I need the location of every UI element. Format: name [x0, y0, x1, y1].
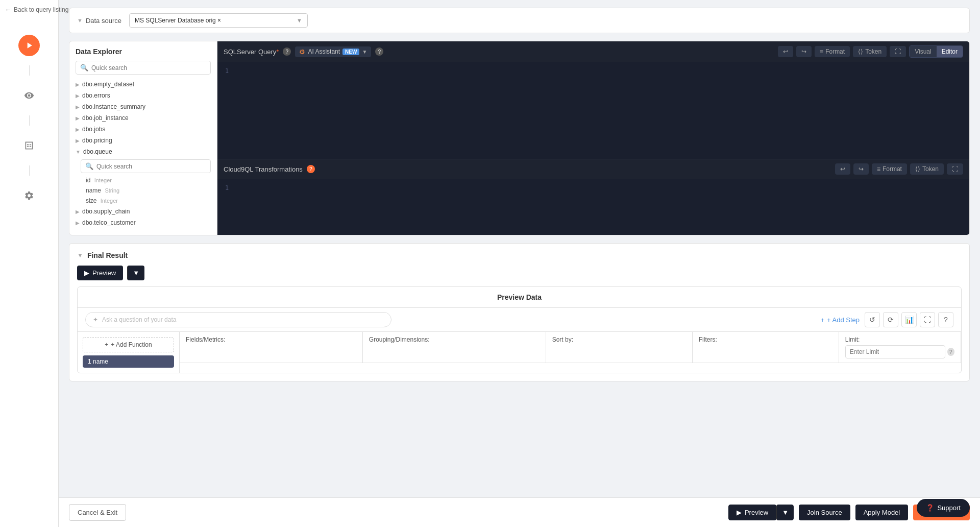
support-btn[interactable]: ❓ Support	[917, 499, 970, 517]
sql-editor-header: SQLServer Query* ? ⚙ AI Assistant NEW ▼	[217, 41, 969, 62]
ai-help-icon[interactable]: ?	[375, 47, 383, 56]
format-icon: ≡	[820, 48, 823, 55]
ai-assistant-badge[interactable]: ⚙ AI Assistant NEW ▼	[295, 46, 371, 57]
transform-redo-btn[interactable]: ↪	[853, 163, 869, 175]
limit-input[interactable]	[845, 345, 945, 358]
format-btn-transform[interactable]: ≡ Format	[872, 163, 907, 175]
eye-icon	[24, 90, 34, 101]
tree-field-id[interactable]: id Integer	[76, 175, 211, 185]
token-btn-transform[interactable]: ⟨⟩ Token	[910, 163, 944, 175]
datasource-select[interactable]: MS SQLServer Database orig × ▼	[129, 13, 308, 28]
add-function-btn[interactable]: + + Add Function	[83, 337, 174, 352]
quick-search-input-1[interactable]	[91, 64, 206, 71]
fields-col-fields: Fields/Metrics:	[180, 332, 363, 363]
transform-code-editor[interactable]: 1	[217, 179, 969, 235]
token-icon-t: ⟨⟩	[915, 165, 920, 173]
editor-panel: SQLServer Query* ? ⚙ AI Assistant NEW ▼	[217, 41, 969, 235]
preview-right-actions: + + Add Step ↺ ⟳ 📊 ⛶ ?	[820, 312, 953, 327]
expand-icon-btn[interactable]: ⛶	[920, 312, 935, 327]
back-link[interactable]: ← Back to query listing	[5, 6, 68, 13]
tree-field-name[interactable]: name String	[76, 185, 211, 196]
bottom-preview-dropdown-btn[interactable]: ▼	[776, 505, 794, 520]
datasource-selected-text: MS SQLServer Database orig ×	[135, 17, 221, 24]
token-btn-sql[interactable]: ⟨⟩ Token	[853, 46, 887, 57]
sidebar-icon-eye[interactable]	[18, 85, 40, 106]
ai-dropdown-icon: ▼	[362, 49, 367, 55]
expand-btn-sql[interactable]: ⛶	[890, 46, 906, 57]
add-step-btn[interactable]: + + Add Step	[820, 316, 860, 324]
search-box-1: 🔍	[76, 61, 211, 75]
expand-btn-transform[interactable]: ⛶	[947, 163, 963, 175]
tree-item-jobs[interactable]: ▶ dbo.jobs	[76, 124, 211, 135]
support-icon: ❓	[926, 504, 934, 512]
tree-item-supply-chain[interactable]: ▶ dbo.supply_chain	[76, 206, 211, 217]
help-icon-btn[interactable]: ?	[938, 312, 953, 327]
field-name: name	[86, 187, 101, 194]
cancel-exit-btn[interactable]: Cancel & Exit	[69, 504, 126, 521]
datasource-chevron-icon: ▼	[77, 17, 83, 23]
sidebar-divider	[29, 65, 30, 76]
final-result-title: Final Result	[87, 251, 128, 259]
sparkle-icon: ✦	[93, 316, 98, 323]
fields-col-limit: Limit: ?	[839, 332, 961, 363]
tree-item-errors[interactable]: ▶ dbo.errors	[76, 90, 211, 101]
tree-item-instance-summary[interactable]: ▶ dbo.instance_summary	[76, 101, 211, 112]
format-icon-t: ≡	[877, 165, 880, 173]
query-section: Data Explorer 🔍 ▶ dbo.empty_dataset ▶ db…	[69, 41, 970, 235]
tree-item-label: dbo.errors	[82, 92, 110, 99]
function-item[interactable]: 1 name	[83, 355, 174, 368]
back-link-text: Back to query listing	[14, 6, 68, 13]
field-name: size	[86, 197, 96, 204]
tree-item-pricing[interactable]: ▶ dbo.pricing	[76, 135, 211, 146]
final-result-chevron-icon[interactable]: ▼	[77, 252, 83, 259]
bottom-spacer	[69, 389, 970, 420]
sidebar-icon-settings[interactable]	[18, 185, 40, 206]
preview-toolbar-icons: ↺ ⟳ 📊 ⛶ ?	[865, 312, 953, 327]
visual-btn[interactable]: Visual	[910, 46, 936, 57]
datasource-dropdown-icon: ▼	[297, 17, 302, 23]
data-explorer: Data Explorer 🔍 ▶ dbo.empty_dataset ▶ db…	[69, 41, 217, 235]
join-source-btn[interactable]: Join Source	[799, 505, 850, 520]
sql-editor-block: SQLServer Query* ? ⚙ AI Assistant NEW ▼	[217, 41, 969, 159]
tree-item-label: dbo.instance_summary	[82, 103, 145, 110]
transform-help-icon[interactable]: ?	[307, 165, 315, 173]
tree-item-job-instance[interactable]: ▶ dbo.job_instance	[76, 112, 211, 124]
transform-undo-btn[interactable]: ↩	[835, 163, 850, 175]
fields-col-filters: Filters:	[693, 332, 839, 363]
chevron-down-icon: ▼	[76, 149, 81, 155]
editor-btn[interactable]: Editor	[937, 46, 963, 57]
quick-search-input-2[interactable]	[96, 163, 206, 170]
line-number-1: 1	[225, 67, 229, 75]
preview-dropdown-btn[interactable]: ▼	[127, 266, 144, 280]
redo-btn[interactable]: ↪	[796, 46, 812, 57]
fields-col-grouping: Grouping/Dimensions:	[363, 332, 546, 363]
preview-btn-top[interactable]: ▶ Preview	[77, 266, 123, 280]
field-name: id	[86, 177, 90, 184]
bottom-preview-btn[interactable]: ▶ Preview	[728, 505, 776, 520]
refresh-icon-btn[interactable]: ↺	[865, 312, 880, 327]
ai-assistant-icon: ⚙	[299, 48, 305, 56]
apply-model-btn[interactable]: Apply Model	[855, 505, 909, 520]
sql-editor-title: SQLServer Query*	[224, 48, 279, 56]
tree-item-empty-dataset[interactable]: ▶ dbo.empty_dataset	[76, 79, 211, 90]
main-content: ▼ Data source MS SQLServer Database orig…	[59, 0, 980, 527]
limit-help-icon[interactable]: ?	[947, 348, 954, 356]
sidebar-icon-table[interactable]	[18, 135, 40, 156]
transformations-header: Cloud9QL Transformations ? ↩ ↪ ≡ Format	[217, 159, 969, 179]
sql-help-icon[interactable]: ?	[283, 47, 291, 56]
tree-item-queue[interactable]: ▼ dbo.queue	[76, 146, 211, 157]
tree-field-size[interactable]: size Integer	[76, 196, 211, 206]
search-box-2: 🔍	[81, 159, 211, 173]
chart-icon-btn[interactable]: 📊	[901, 312, 917, 327]
bottom-bar: Cancel & Exit ▶ Preview ▼ Join Source Ap…	[59, 497, 980, 527]
tree-item-label: dbo.supply_chain	[82, 208, 130, 215]
sql-code-editor[interactable]: 1	[217, 62, 969, 159]
format-btn-sql[interactable]: ≡ Format	[815, 46, 850, 57]
undo-btn[interactable]: ↩	[778, 46, 793, 57]
sidebar-icon-home[interactable]	[18, 35, 40, 56]
tree-item-telco-customer[interactable]: ▶ dbo.telco_customer	[76, 217, 211, 228]
sidebar	[0, 0, 59, 527]
data-explorer-title: Data Explorer	[76, 47, 211, 56]
reset-icon-btn[interactable]: ⟳	[883, 312, 898, 327]
ask-question-input[interactable]: ✦ Ask a question of your data	[85, 312, 391, 327]
